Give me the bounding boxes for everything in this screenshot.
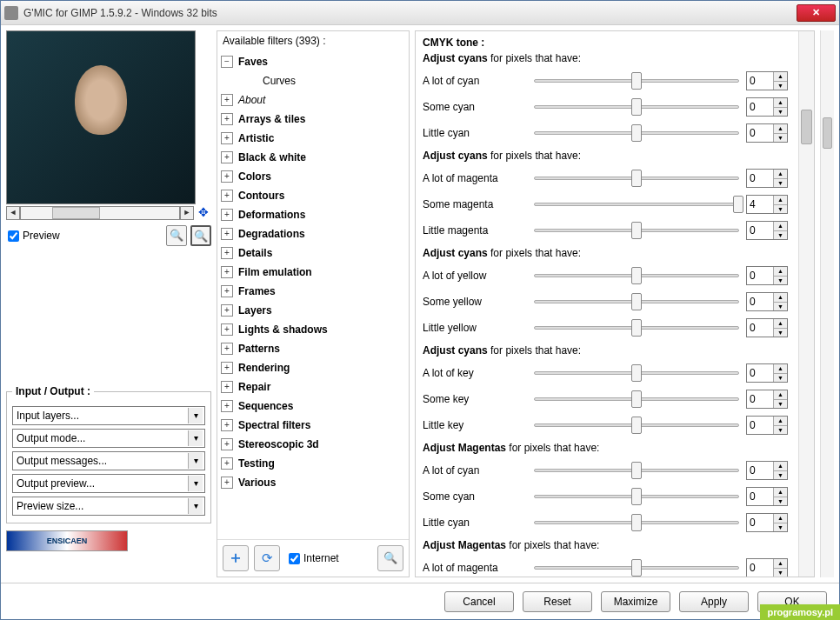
tree-item-about[interactable]: About xyxy=(221,90,405,110)
add-fave-button[interactable]: ＋ xyxy=(223,545,249,571)
tree-item-stereoscopic-3d[interactable]: Stereoscopic 3d xyxy=(221,435,405,454)
output-messages-select[interactable]: Output messages... xyxy=(12,451,205,470)
value-input[interactable] xyxy=(747,390,773,408)
slider-track[interactable] xyxy=(534,105,739,109)
preview-size-select[interactable]: Preview size... xyxy=(12,497,205,516)
preview-checkbox[interactable] xyxy=(8,230,19,242)
zoom-out-button[interactable]: 🔍 xyxy=(166,225,187,246)
slider-track[interactable] xyxy=(534,274,739,277)
slider-thumb[interactable] xyxy=(631,319,642,337)
input-layers-select[interactable]: Input layers... xyxy=(12,406,205,425)
slider-thumb[interactable] xyxy=(631,559,642,577)
scroll-thumb[interactable] xyxy=(52,207,100,219)
spin-down-icon[interactable]: ▼ xyxy=(774,523,787,532)
value-input[interactable] xyxy=(747,267,773,284)
value-spinbox[interactable]: ▲▼ xyxy=(746,461,788,480)
zoom-in-button[interactable]: 🔍 xyxy=(190,225,211,246)
slider-thumb[interactable] xyxy=(631,364,642,382)
tree-item-sequences[interactable]: Sequences xyxy=(221,397,405,416)
slider-track[interactable] xyxy=(534,566,739,570)
value-spinbox[interactable]: ▲▼ xyxy=(746,318,788,337)
slider-track[interactable] xyxy=(534,495,739,498)
spin-down-icon[interactable]: ▼ xyxy=(774,134,787,143)
cancel-button[interactable]: Cancel xyxy=(444,591,514,612)
reset-button[interactable]: Reset xyxy=(523,591,592,612)
tree-item-curves[interactable]: Curves xyxy=(221,71,405,90)
spin-up-icon[interactable]: ▲ xyxy=(774,417,787,426)
spin-down-icon[interactable]: ▼ xyxy=(774,374,787,383)
value-input[interactable] xyxy=(747,462,773,479)
value-input[interactable] xyxy=(747,196,773,213)
tree-item-arrays-tiles[interactable]: Arrays & tiles xyxy=(221,110,405,129)
filter-tree[interactable]: FavesCurvesAboutArrays & tilesArtisticBl… xyxy=(217,50,409,539)
titlebar[interactable]: G'MIC for GIMP 1.5.9.2 - Windows 32 bits… xyxy=(1,1,839,25)
value-spinbox[interactable]: ▲▼ xyxy=(746,97,788,117)
expand-icon[interactable] xyxy=(221,266,233,278)
value-input[interactable] xyxy=(747,170,773,187)
tree-item-rendering[interactable]: Rendering xyxy=(221,358,405,377)
slider-thumb[interactable] xyxy=(631,124,642,142)
expand-icon[interactable] xyxy=(221,113,233,125)
spin-up-icon[interactable]: ▲ xyxy=(774,488,787,497)
maximize-button[interactable]: Maximize xyxy=(601,591,670,612)
tree-item-deformations[interactable]: Deformations xyxy=(221,205,405,224)
value-input[interactable] xyxy=(747,222,773,239)
value-input[interactable] xyxy=(747,417,773,434)
spin-up-icon[interactable]: ▲ xyxy=(774,390,787,400)
move-icon[interactable]: ✥ xyxy=(196,205,211,221)
spin-down-icon[interactable]: ▼ xyxy=(774,205,787,214)
slider-thumb[interactable] xyxy=(631,462,642,479)
slider-thumb[interactable] xyxy=(631,222,642,239)
spin-down-icon[interactable]: ▼ xyxy=(774,108,787,117)
value-spinbox[interactable]: ▲▼ xyxy=(746,390,788,409)
scroll-right-icon[interactable]: ► xyxy=(180,206,194,220)
tree-item-film-emulation[interactable]: Film emulation xyxy=(221,263,405,282)
spin-down-icon[interactable]: ▼ xyxy=(774,569,787,577)
value-spinbox[interactable]: ▲▼ xyxy=(746,513,788,532)
value-input[interactable] xyxy=(747,559,773,577)
apply-button[interactable]: Apply xyxy=(679,591,749,612)
tree-item-contours[interactable]: Contours xyxy=(221,186,405,205)
expand-icon[interactable] xyxy=(221,94,233,106)
collapse-icon[interactable] xyxy=(221,56,233,68)
expand-icon[interactable] xyxy=(221,343,233,355)
spin-up-icon[interactable]: ▲ xyxy=(774,222,787,231)
expand-icon[interactable] xyxy=(221,323,233,336)
spin-up-icon[interactable]: ▲ xyxy=(774,293,787,303)
tree-item-testing[interactable]: Testing xyxy=(221,454,405,473)
spin-up-icon[interactable]: ▲ xyxy=(774,364,787,374)
slider-thumb[interactable] xyxy=(631,293,642,310)
spin-up-icon[interactable]: ▲ xyxy=(774,72,787,82)
spin-up-icon[interactable]: ▲ xyxy=(774,462,787,471)
internet-checkbox-row[interactable]: Internet xyxy=(289,552,339,564)
spin-up-icon[interactable]: ▲ xyxy=(774,267,787,277)
tree-item-layers[interactable]: Layers xyxy=(221,301,405,320)
tree-item-various[interactable]: Various xyxy=(221,473,405,492)
value-spinbox[interactable]: ▲▼ xyxy=(746,169,788,188)
spin-up-icon[interactable]: ▲ xyxy=(774,319,787,329)
slider-track[interactable] xyxy=(534,203,739,206)
output-preview-select[interactable]: Output preview... xyxy=(12,474,205,493)
value-input[interactable] xyxy=(747,293,773,310)
value-input[interactable] xyxy=(747,364,773,382)
expand-icon[interactable] xyxy=(221,419,233,431)
slider-track[interactable] xyxy=(534,371,739,375)
slider-thumb[interactable] xyxy=(631,514,642,531)
tree-item-details[interactable]: Details xyxy=(221,243,405,263)
tree-item-faves[interactable]: Faves xyxy=(221,52,405,71)
slider-track[interactable] xyxy=(534,423,739,427)
value-spinbox[interactable]: ▲▼ xyxy=(746,221,788,240)
spin-up-icon[interactable]: ▲ xyxy=(774,170,787,179)
slider-thumb[interactable] xyxy=(631,417,642,434)
value-input[interactable] xyxy=(747,319,773,337)
tree-item-spectral-filters[interactable]: Spectral filters xyxy=(221,416,405,435)
value-input[interactable] xyxy=(747,124,773,142)
expand-icon[interactable] xyxy=(221,304,233,317)
zoom-filter-button[interactable]: 🔍 xyxy=(377,545,403,571)
window-vscroll-thumb[interactable] xyxy=(823,117,832,149)
value-spinbox[interactable]: ▲▼ xyxy=(746,266,788,285)
value-spinbox[interactable]: ▲▼ xyxy=(746,71,788,90)
internet-checkbox[interactable] xyxy=(289,553,300,564)
slider-thumb[interactable] xyxy=(631,72,642,90)
tree-item-lights-shadows[interactable]: Lights & shadows xyxy=(221,320,405,339)
